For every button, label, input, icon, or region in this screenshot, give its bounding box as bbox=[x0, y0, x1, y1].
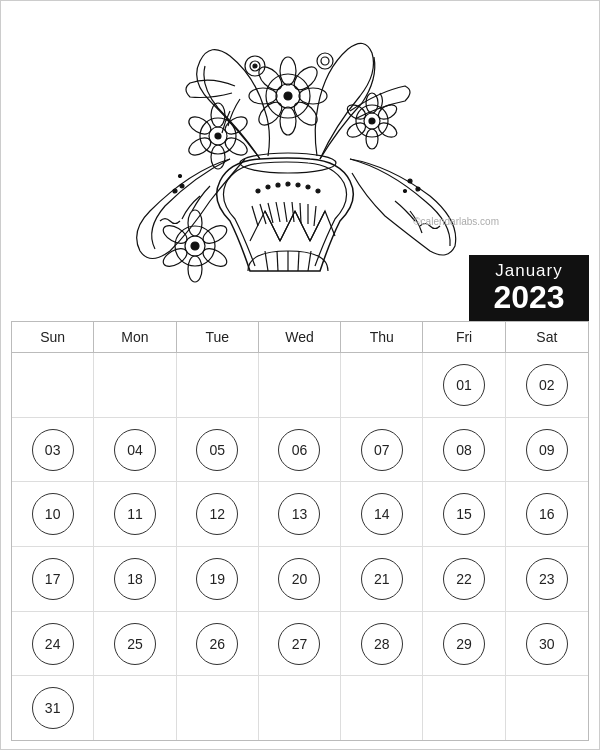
day-number-24[interactable]: 24 bbox=[32, 623, 74, 665]
day-cell-empty bbox=[423, 676, 505, 740]
week-row-1: 0102 bbox=[12, 353, 588, 418]
day-cell-09[interactable]: 09 bbox=[506, 418, 588, 482]
day-header-sat: Sat bbox=[506, 322, 588, 352]
month-label-box: January 2023 bbox=[469, 255, 589, 321]
day-number-22[interactable]: 22 bbox=[443, 558, 485, 600]
svg-point-26 bbox=[215, 133, 221, 139]
illustration-area: ©calendarlabs.com January 2023 bbox=[1, 1, 599, 321]
day-number-19[interactable]: 19 bbox=[196, 558, 238, 600]
day-number-01[interactable]: 01 bbox=[443, 364, 485, 406]
day-number-25[interactable]: 25 bbox=[114, 623, 156, 665]
day-cell-10[interactable]: 10 bbox=[12, 482, 94, 546]
week-row-4: 17181920212223 bbox=[12, 547, 588, 612]
day-cell-empty bbox=[94, 676, 176, 740]
day-cell-14[interactable]: 14 bbox=[341, 482, 423, 546]
day-cell-20[interactable]: 20 bbox=[259, 547, 341, 611]
day-cell-25[interactable]: 25 bbox=[94, 612, 176, 676]
day-cell-02[interactable]: 02 bbox=[506, 353, 588, 417]
day-cell-28[interactable]: 28 bbox=[341, 612, 423, 676]
svg-point-15 bbox=[284, 92, 292, 100]
day-cell-04[interactable]: 04 bbox=[94, 418, 176, 482]
week-row-5: 24252627282930 bbox=[12, 612, 588, 677]
day-number-18[interactable]: 18 bbox=[114, 558, 156, 600]
day-cell-empty bbox=[177, 353, 259, 417]
day-number-04[interactable]: 04 bbox=[114, 429, 156, 471]
day-cell-01[interactable]: 01 bbox=[423, 353, 505, 417]
day-cell-12[interactable]: 12 bbox=[177, 482, 259, 546]
day-cell-03[interactable]: 03 bbox=[12, 418, 94, 482]
day-cell-23[interactable]: 23 bbox=[506, 547, 588, 611]
day-cell-08[interactable]: 08 bbox=[423, 418, 505, 482]
day-cell-05[interactable]: 05 bbox=[177, 418, 259, 482]
day-number-31[interactable]: 31 bbox=[32, 687, 74, 729]
floral-illustration bbox=[110, 11, 490, 311]
day-number-17[interactable]: 17 bbox=[32, 558, 74, 600]
svg-point-44 bbox=[191, 242, 199, 250]
day-cell-empty bbox=[341, 353, 423, 417]
day-header-mon: Mon bbox=[94, 322, 176, 352]
day-cell-27[interactable]: 27 bbox=[259, 612, 341, 676]
day-number-03[interactable]: 03 bbox=[32, 429, 74, 471]
days-grid: 0102030405060708091011121314151617181920… bbox=[12, 353, 588, 740]
day-number-13[interactable]: 13 bbox=[278, 493, 320, 535]
day-number-14[interactable]: 14 bbox=[361, 493, 403, 535]
day-number-08[interactable]: 08 bbox=[443, 429, 485, 471]
day-cell-15[interactable]: 15 bbox=[423, 482, 505, 546]
day-number-26[interactable]: 26 bbox=[196, 623, 238, 665]
day-cell-22[interactable]: 22 bbox=[423, 547, 505, 611]
svg-point-61 bbox=[404, 190, 407, 193]
day-cell-16[interactable]: 16 bbox=[506, 482, 588, 546]
day-cell-empty bbox=[259, 676, 341, 740]
day-number-21[interactable]: 21 bbox=[361, 558, 403, 600]
svg-point-54 bbox=[317, 53, 333, 69]
day-number-09[interactable]: 09 bbox=[526, 429, 568, 471]
watermark-text: ©calendarlabs.com bbox=[413, 216, 499, 227]
day-number-30[interactable]: 30 bbox=[526, 623, 568, 665]
day-cell-26[interactable]: 26 bbox=[177, 612, 259, 676]
day-number-12[interactable]: 12 bbox=[196, 493, 238, 535]
day-cell-29[interactable]: 29 bbox=[423, 612, 505, 676]
day-number-23[interactable]: 23 bbox=[526, 558, 568, 600]
day-number-28[interactable]: 28 bbox=[361, 623, 403, 665]
day-cell-11[interactable]: 11 bbox=[94, 482, 176, 546]
week-row-3: 10111213141516 bbox=[12, 482, 588, 547]
day-cell-19[interactable]: 19 bbox=[177, 547, 259, 611]
day-cell-30[interactable]: 30 bbox=[506, 612, 588, 676]
day-number-27[interactable]: 27 bbox=[278, 623, 320, 665]
day-number-02[interactable]: 02 bbox=[526, 364, 568, 406]
day-cell-31[interactable]: 31 bbox=[12, 676, 94, 740]
app: ©calendarlabs.com January 2023 Sun Mon T… bbox=[0, 0, 600, 750]
svg-point-22 bbox=[249, 88, 277, 104]
day-number-07[interactable]: 07 bbox=[361, 429, 403, 471]
day-cell-18[interactable]: 18 bbox=[94, 547, 176, 611]
day-header-tue: Tue bbox=[177, 322, 259, 352]
svg-point-58 bbox=[179, 175, 182, 178]
day-header-sun: Sun bbox=[12, 322, 94, 352]
day-cell-06[interactable]: 06 bbox=[259, 418, 341, 482]
svg-point-12 bbox=[316, 189, 320, 193]
day-cell-24[interactable]: 24 bbox=[12, 612, 94, 676]
day-cell-empty bbox=[177, 676, 259, 740]
day-number-11[interactable]: 11 bbox=[114, 493, 156, 535]
day-number-05[interactable]: 05 bbox=[196, 429, 238, 471]
svg-point-7 bbox=[266, 185, 270, 189]
svg-point-39 bbox=[366, 129, 378, 149]
svg-point-57 bbox=[180, 184, 184, 188]
svg-point-9 bbox=[286, 182, 290, 186]
day-number-20[interactable]: 20 bbox=[278, 558, 320, 600]
day-number-29[interactable]: 29 bbox=[443, 623, 485, 665]
day-header-fri: Fri bbox=[423, 322, 505, 352]
day-cell-07[interactable]: 07 bbox=[341, 418, 423, 482]
day-number-16[interactable]: 16 bbox=[526, 493, 568, 535]
svg-point-53 bbox=[253, 64, 257, 68]
day-header-thu: Thu bbox=[341, 322, 423, 352]
day-cell-13[interactable]: 13 bbox=[259, 482, 341, 546]
svg-point-56 bbox=[173, 189, 177, 193]
day-cell-17[interactable]: 17 bbox=[12, 547, 94, 611]
day-number-15[interactable]: 15 bbox=[443, 493, 485, 535]
day-cell-21[interactable]: 21 bbox=[341, 547, 423, 611]
day-number-10[interactable]: 10 bbox=[32, 493, 74, 535]
day-number-06[interactable]: 06 bbox=[278, 429, 320, 471]
svg-point-48 bbox=[188, 256, 202, 282]
month-year: 2023 bbox=[483, 281, 575, 313]
